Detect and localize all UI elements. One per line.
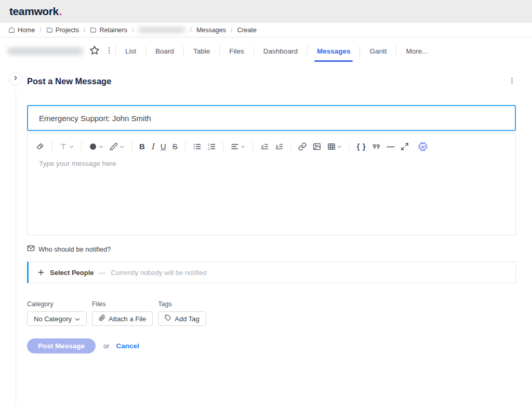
breadcrumb-item-redacted xyxy=(138,27,185,33)
kebab-menu-icon xyxy=(508,77,516,86)
outdent-button[interactable] xyxy=(260,142,269,151)
or-text: or xyxy=(103,342,110,350)
indent-icon xyxy=(275,142,283,151)
image-icon xyxy=(313,142,321,151)
message-form: BIUS12{ }—AI Type your message here Who … xyxy=(27,86,516,353)
tab-list: ListBoardTableFilesDashboardMessagesGant… xyxy=(115,40,437,63)
star-favorite-button[interactable] xyxy=(89,45,100,57)
ai-icon: AI xyxy=(418,142,428,151)
text-color-button[interactable] xyxy=(89,142,103,151)
horizontal-rule-button[interactable]: — xyxy=(387,142,394,151)
breadcrumb-item-home[interactable]: Home xyxy=(8,27,35,34)
table-icon xyxy=(327,142,336,151)
code-braces-icon: { } xyxy=(357,142,366,151)
tag-icon xyxy=(165,315,171,323)
highlighter-button[interactable] xyxy=(110,142,124,151)
chevron-down-icon xyxy=(119,145,124,149)
add-tag-button[interactable]: Add Tag xyxy=(158,311,206,326)
toolbar-separator xyxy=(252,142,253,151)
toolbar-separator xyxy=(185,142,185,151)
eraser-button[interactable] xyxy=(36,142,44,151)
category-value: No Category xyxy=(34,315,72,323)
bullet-list-icon xyxy=(193,142,201,151)
underline-button[interactable]: U xyxy=(161,142,166,151)
content-area: Post a New Message BIUS12{ }—AI Type you… xyxy=(0,65,532,353)
bold-button[interactable]: B xyxy=(139,142,145,151)
chevron-down-icon xyxy=(69,145,74,149)
strikethrough-icon: S xyxy=(172,142,178,151)
breadcrumb-item-create[interactable]: Create xyxy=(237,27,257,34)
eraser-icon xyxy=(36,142,44,151)
notify-heading: Who should be notified? xyxy=(38,245,111,253)
tab-list[interactable]: List xyxy=(116,40,145,63)
editor-toolbar: BIUS12{ }—AI xyxy=(28,133,515,152)
breadcrumb: Home/Projects/Retainers//Messages/Create xyxy=(0,23,532,37)
ordered-list-icon: 12 xyxy=(207,142,216,151)
image-button[interactable] xyxy=(313,142,321,151)
toolbar-separator xyxy=(51,142,52,151)
strikethrough-button[interactable]: S xyxy=(172,142,178,151)
teamwork-logo[interactable]: teamwork . xyxy=(9,5,62,18)
tab-more[interactable]: More... xyxy=(396,40,437,63)
breadcrumb-separator: / xyxy=(132,27,134,34)
text-style-icon xyxy=(59,142,68,151)
breadcrumb-item-messages[interactable]: Messages xyxy=(196,27,226,34)
message-title-input[interactable] xyxy=(27,105,516,131)
tab-messages[interactable]: Messages xyxy=(308,40,360,63)
expand-icon xyxy=(401,142,409,151)
ordered-list-button[interactable]: 12 xyxy=(207,142,216,151)
tab-dashboard[interactable]: Dashboard xyxy=(254,40,307,63)
bullet-list-button[interactable] xyxy=(193,142,201,151)
select-people-button[interactable]: Select People — Currently nobody will be… xyxy=(27,261,516,283)
project-tab-bar: ListBoardTableFilesDashboardMessagesGant… xyxy=(0,37,532,65)
notify-dash: — xyxy=(99,269,106,277)
chevron-down-icon xyxy=(99,145,103,149)
tab-files[interactable]: Files xyxy=(220,40,254,63)
message-options-button[interactable] xyxy=(508,77,516,86)
chevron-right-icon xyxy=(12,75,19,83)
tab-gantt[interactable]: Gantt xyxy=(360,40,396,63)
add-tag-label: Add Tag xyxy=(175,315,199,323)
indent-button[interactable] xyxy=(275,142,283,151)
panel-collapse-button[interactable] xyxy=(9,72,22,85)
align-left-button[interactable] xyxy=(231,142,245,151)
select-people-label: Select People xyxy=(50,269,94,277)
message-body-input[interactable]: Type your message here xyxy=(28,152,515,225)
breadcrumb-separator: / xyxy=(231,27,232,34)
message-editor: BIUS12{ }—AI Type your message here xyxy=(27,133,516,235)
chevron-down-icon xyxy=(75,315,80,323)
category-dropdown[interactable]: No Category xyxy=(27,311,87,326)
text-color-icon xyxy=(89,142,97,151)
folder-icon xyxy=(90,27,97,33)
expand-button[interactable] xyxy=(401,142,409,151)
tab-table[interactable]: Table xyxy=(184,40,219,63)
breadcrumb-separator: / xyxy=(190,27,191,34)
link-icon xyxy=(298,142,307,151)
envelope-icon xyxy=(27,244,35,254)
post-message-button[interactable]: Post Message xyxy=(27,338,96,353)
field-row: Category No Category Files Attach a File… xyxy=(27,300,516,326)
svg-text:2: 2 xyxy=(208,147,210,150)
notify-status-text: Currently nobody will be notified xyxy=(111,269,207,277)
link-button[interactable] xyxy=(298,142,307,151)
tab-board[interactable]: Board xyxy=(146,40,183,63)
table-button[interactable] xyxy=(327,142,342,151)
breadcrumb-separator: / xyxy=(84,27,85,34)
redacted-text xyxy=(138,27,185,33)
highlighter-icon xyxy=(110,142,118,151)
breadcrumb-item-projects[interactable]: Projects xyxy=(46,27,79,34)
breadcrumb-item-retainers[interactable]: Retainers xyxy=(90,27,127,34)
notify-heading-row: Who should be notified? xyxy=(27,244,516,254)
italic-button[interactable]: I xyxy=(151,142,154,151)
blockquote-button[interactable] xyxy=(372,142,380,151)
cancel-link[interactable]: Cancel xyxy=(116,342,139,350)
horizontal-rule-icon: — xyxy=(387,142,394,151)
ai-button[interactable]: AI xyxy=(418,142,428,151)
logo-text: teamwork xyxy=(9,5,59,18)
category-label: Category xyxy=(27,300,87,308)
project-options-button[interactable] xyxy=(105,46,113,56)
paperclip-icon xyxy=(99,315,105,323)
attach-file-button[interactable]: Attach a File xyxy=(92,311,153,326)
text-style-button[interactable] xyxy=(59,142,74,151)
code-braces-button[interactable]: { } xyxy=(357,142,366,151)
